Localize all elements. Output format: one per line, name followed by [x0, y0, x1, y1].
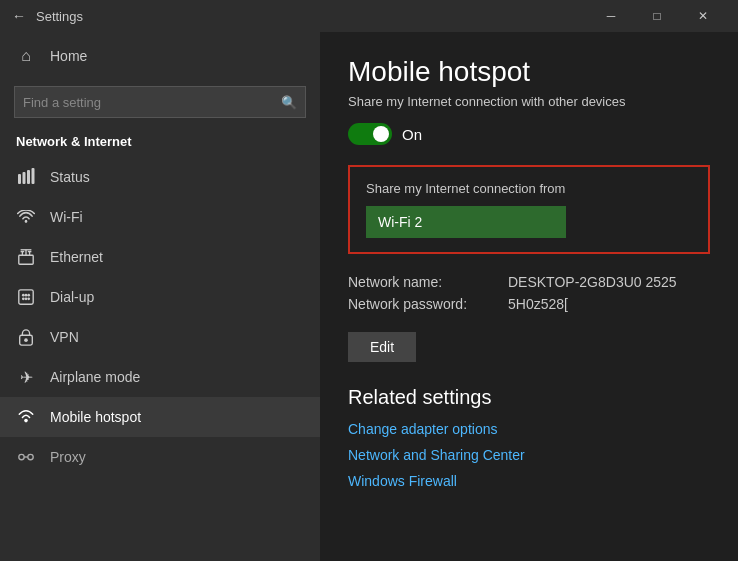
sidebar-hotspot-label: Mobile hotspot [50, 409, 141, 425]
related-link-firewall[interactable]: Windows Firewall [348, 473, 710, 489]
status-icon [16, 167, 36, 187]
svg-point-15 [27, 294, 30, 297]
svg-rect-2 [27, 170, 30, 184]
svg-point-17 [25, 297, 28, 300]
svg-point-21 [24, 419, 28, 423]
edit-button[interactable]: Edit [348, 332, 416, 362]
network-password-value: 5H0z528[ [508, 296, 568, 312]
sidebar-item-wifi[interactable]: Wi-Fi [0, 197, 320, 237]
search-icon: 🔍 [281, 95, 297, 110]
network-info: Network name: DESKTOP-2G8D3U0 2525 Netwo… [348, 274, 710, 312]
toggle-label: On [402, 126, 422, 143]
share-from-dropdown[interactable]: Wi-Fi 2 [366, 206, 566, 238]
title-bar: ← Settings ─ □ ✕ [0, 0, 738, 32]
app-body: ⌂ Home 🔍 Network & Internet Status [0, 32, 738, 561]
sidebar-vpn-label: VPN [50, 329, 79, 345]
sidebar-item-vpn[interactable]: VPN [0, 317, 320, 357]
search-input[interactable] [23, 95, 281, 110]
share-from-box: Share my Internet connection from Wi-Fi … [348, 165, 710, 254]
minimize-button[interactable]: ─ [588, 0, 634, 32]
sidebar-item-dialup[interactable]: Dial-up [0, 277, 320, 317]
airplane-icon: ✈ [16, 367, 36, 387]
related-link-adapter[interactable]: Change adapter options [348, 421, 710, 437]
sidebar-ethernet-label: Ethernet [50, 249, 103, 265]
network-name-label: Network name: [348, 274, 508, 290]
share-from-title: Share my Internet connection from [366, 181, 692, 196]
svg-rect-0 [18, 174, 21, 184]
related-link-sharing[interactable]: Network and Sharing Center [348, 447, 710, 463]
sidebar-item-proxy[interactable]: Proxy [0, 437, 320, 477]
svg-point-18 [27, 297, 30, 300]
sidebar-section-title: Network & Internet [0, 128, 320, 157]
window-title: Settings [36, 9, 588, 24]
sidebar: ⌂ Home 🔍 Network & Internet Status [0, 32, 320, 561]
page-title: Mobile hotspot [348, 56, 710, 88]
home-icon: ⌂ [16, 46, 36, 66]
hotspot-icon [16, 407, 36, 427]
maximize-button[interactable]: □ [634, 0, 680, 32]
page-subtitle: Share my Internet connection with other … [348, 94, 710, 109]
network-password-label: Network password: [348, 296, 508, 312]
sidebar-airplane-label: Airplane mode [50, 369, 140, 385]
svg-point-23 [28, 454, 33, 459]
sidebar-item-airplane[interactable]: ✈ Airplane mode [0, 357, 320, 397]
svg-point-4 [25, 220, 28, 223]
sidebar-item-status[interactable]: Status [0, 157, 320, 197]
back-button[interactable]: ← [12, 8, 26, 24]
sidebar-item-home[interactable]: ⌂ Home [0, 36, 320, 76]
ethernet-icon [16, 247, 36, 267]
sidebar-wifi-label: Wi-Fi [50, 209, 83, 225]
svg-point-20 [24, 338, 28, 342]
svg-point-13 [22, 294, 25, 297]
content-area: Mobile hotspot Share my Internet connect… [320, 32, 738, 561]
sidebar-item-hotspot[interactable]: Mobile hotspot [0, 397, 320, 437]
hotspot-toggle[interactable] [348, 123, 392, 145]
svg-rect-1 [23, 172, 26, 184]
network-password-row: Network password: 5H0z528[ [348, 296, 710, 312]
svg-rect-5 [19, 255, 33, 264]
proxy-icon [16, 447, 36, 467]
sidebar-item-ethernet[interactable]: Ethernet [0, 237, 320, 277]
sidebar-home-label: Home [50, 48, 87, 64]
network-name-value: DESKTOP-2G8D3U0 2525 [508, 274, 677, 290]
network-name-row: Network name: DESKTOP-2G8D3U0 2525 [348, 274, 710, 290]
search-box[interactable]: 🔍 [14, 86, 306, 118]
window-controls: ─ □ ✕ [588, 0, 726, 32]
related-settings-title: Related settings [348, 386, 710, 409]
svg-point-14 [25, 294, 28, 297]
sidebar-dialup-label: Dial-up [50, 289, 94, 305]
hotspot-toggle-row: On [348, 123, 710, 145]
svg-point-16 [22, 297, 25, 300]
dialup-icon [16, 287, 36, 307]
svg-point-22 [19, 454, 24, 459]
svg-rect-3 [32, 168, 35, 184]
sidebar-status-label: Status [50, 169, 90, 185]
vpn-icon [16, 327, 36, 347]
wifi-icon [16, 207, 36, 227]
close-button[interactable]: ✕ [680, 0, 726, 32]
svg-rect-12 [19, 290, 33, 304]
sidebar-proxy-label: Proxy [50, 449, 86, 465]
